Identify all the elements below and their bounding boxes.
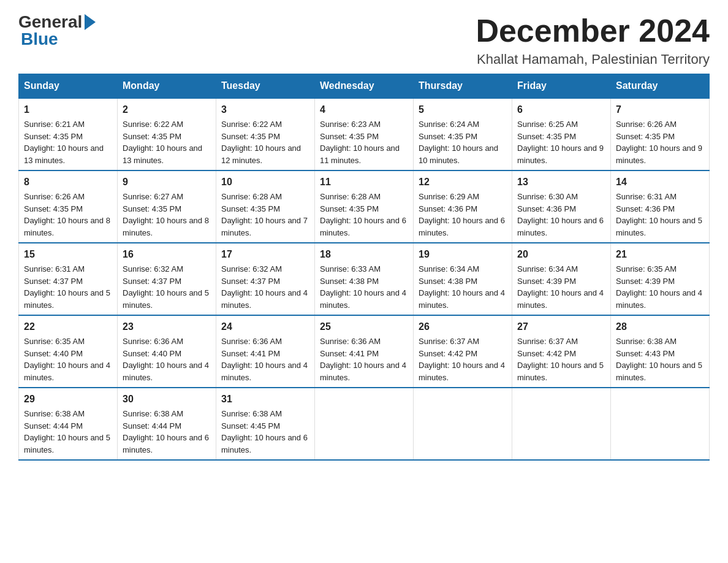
sunset-text: Sunset: 4:35 PM (24, 204, 83, 213)
logo-blue-text: Blue (18, 29, 58, 49)
sunset-text: Sunset: 4:38 PM (419, 277, 477, 286)
day-number: 21 (616, 247, 704, 262)
day-number: 22 (24, 320, 112, 334)
day-number: 12 (419, 175, 507, 190)
calendar-cell: 5Sunrise: 6:24 AMSunset: 4:35 PMDaylight… (414, 98, 512, 170)
day-number: 1 (24, 102, 112, 117)
sunrise-text: Sunrise: 6:36 AM (320, 337, 381, 346)
day-number: 11 (320, 175, 408, 190)
daylight-text: Daylight: 10 hours and 10 minutes. (419, 144, 498, 165)
sunrise-text: Sunrise: 6:26 AM (616, 120, 677, 129)
title-section: December 2024 Khallat Hamamah, Palestini… (476, 12, 710, 67)
day-number: 26 (419, 320, 507, 334)
day-number: 4 (320, 102, 408, 117)
daylight-text: Daylight: 10 hours and 4 minutes. (221, 361, 308, 382)
sunrise-text: Sunrise: 6:31 AM (616, 192, 677, 201)
daylight-text: Daylight: 10 hours and 8 minutes. (24, 216, 110, 237)
daylight-text: Daylight: 10 hours and 4 minutes. (616, 288, 702, 310)
daylight-text: Daylight: 10 hours and 13 minutes. (24, 144, 104, 165)
sunset-text: Sunset: 4:36 PM (419, 204, 477, 213)
daylight-text: Daylight: 10 hours and 6 minutes. (221, 433, 308, 454)
daylight-text: Daylight: 10 hours and 5 minutes. (24, 433, 110, 454)
calendar-week-row: 15Sunrise: 6:31 AMSunset: 4:37 PMDayligh… (19, 243, 710, 315)
sunrise-text: Sunrise: 6:36 AM (123, 337, 183, 346)
sunrise-text: Sunrise: 6:25 AM (517, 120, 578, 129)
sunrise-text: Sunrise: 6:24 AM (419, 120, 479, 129)
sunset-text: Sunset: 4:45 PM (221, 421, 280, 431)
calendar-cell: 16Sunrise: 6:32 AMSunset: 4:37 PMDayligh… (118, 243, 216, 315)
calendar-cell: 23Sunrise: 6:36 AMSunset: 4:40 PMDayligh… (118, 315, 216, 388)
calendar-cell: 8Sunrise: 6:26 AMSunset: 4:35 PMDaylight… (19, 170, 118, 243)
sunrise-text: Sunrise: 6:32 AM (123, 264, 183, 274)
daylight-text: Daylight: 10 hours and 4 minutes. (517, 288, 604, 310)
sunrise-text: Sunrise: 6:26 AM (24, 192, 85, 201)
day-number: 10 (221, 175, 309, 190)
sunset-text: Sunset: 4:40 PM (123, 349, 181, 358)
calendar-cell: 14Sunrise: 6:31 AMSunset: 4:36 PMDayligh… (611, 170, 710, 243)
calendar-cell: 30Sunrise: 6:38 AMSunset: 4:44 PMDayligh… (118, 388, 216, 460)
calendar-cell: 3Sunrise: 6:22 AMSunset: 4:35 PMDaylight… (216, 98, 315, 170)
sunset-text: Sunset: 4:44 PM (24, 421, 83, 431)
day-number: 13 (517, 175, 605, 190)
logo-triangle-icon (85, 14, 96, 30)
calendar-cell: 26Sunrise: 6:37 AMSunset: 4:42 PMDayligh… (414, 315, 512, 388)
sunset-text: Sunset: 4:35 PM (24, 132, 83, 141)
daylight-text: Daylight: 10 hours and 4 minutes. (419, 288, 505, 310)
sunrise-text: Sunrise: 6:22 AM (123, 120, 183, 129)
day-number: 8 (24, 175, 112, 190)
day-number: 9 (123, 175, 211, 190)
calendar-header-row: SundayMondayTuesdayWednesdayThursdayFrid… (19, 74, 710, 99)
calendar-cell: 22Sunrise: 6:35 AMSunset: 4:40 PMDayligh… (19, 315, 118, 388)
sunset-text: Sunset: 4:35 PM (221, 132, 280, 141)
daylight-text: Daylight: 10 hours and 4 minutes. (24, 361, 110, 382)
calendar-week-row: 29Sunrise: 6:38 AMSunset: 4:44 PMDayligh… (19, 388, 710, 460)
sunset-text: Sunset: 4:42 PM (419, 349, 477, 358)
day-number: 7 (616, 102, 704, 117)
sunset-text: Sunset: 4:36 PM (616, 204, 675, 213)
sunset-text: Sunset: 4:37 PM (221, 277, 280, 286)
day-number: 23 (123, 320, 211, 334)
calendar-cell: 31Sunrise: 6:38 AMSunset: 4:45 PMDayligh… (216, 388, 315, 460)
sunset-text: Sunset: 4:43 PM (616, 349, 675, 358)
daylight-text: Daylight: 10 hours and 4 minutes. (419, 361, 505, 382)
day-number: 25 (320, 320, 408, 334)
daylight-text: Daylight: 10 hours and 5 minutes. (24, 288, 110, 310)
sunrise-text: Sunrise: 6:35 AM (24, 337, 85, 346)
day-number: 6 (517, 102, 605, 117)
daylight-text: Daylight: 10 hours and 6 minutes. (517, 216, 604, 237)
calendar-cell: 21Sunrise: 6:35 AMSunset: 4:39 PMDayligh… (611, 243, 710, 315)
sunset-text: Sunset: 4:44 PM (123, 421, 181, 431)
sunrise-text: Sunrise: 6:22 AM (221, 120, 282, 129)
calendar-header-sunday: Sunday (19, 74, 118, 99)
sunset-text: Sunset: 4:35 PM (123, 204, 181, 213)
calendar-cell: 19Sunrise: 6:34 AMSunset: 4:38 PMDayligh… (414, 243, 512, 315)
sunrise-text: Sunrise: 6:38 AM (221, 409, 282, 418)
calendar-cell: 9Sunrise: 6:27 AMSunset: 4:35 PMDaylight… (118, 170, 216, 243)
calendar-cell (611, 388, 710, 460)
day-number: 20 (517, 247, 605, 262)
calendar-cell: 12Sunrise: 6:29 AMSunset: 4:36 PMDayligh… (414, 170, 512, 243)
sunrise-text: Sunrise: 6:38 AM (616, 337, 677, 346)
sunrise-text: Sunrise: 6:38 AM (123, 409, 183, 418)
day-number: 16 (123, 247, 211, 262)
calendar-cell: 20Sunrise: 6:34 AMSunset: 4:39 PMDayligh… (512, 243, 611, 315)
day-number: 31 (221, 392, 309, 407)
calendar-cell: 24Sunrise: 6:36 AMSunset: 4:41 PMDayligh… (216, 315, 315, 388)
day-number: 17 (221, 247, 309, 262)
sunrise-text: Sunrise: 6:35 AM (616, 264, 677, 274)
calendar-cell: 10Sunrise: 6:28 AMSunset: 4:35 PMDayligh… (216, 170, 315, 243)
sunrise-text: Sunrise: 6:33 AM (320, 264, 381, 274)
sunset-text: Sunset: 4:35 PM (123, 132, 181, 141)
logo: General Blue (18, 12, 96, 49)
day-number: 15 (24, 247, 112, 262)
sunrise-text: Sunrise: 6:30 AM (517, 192, 578, 201)
calendar-cell: 18Sunrise: 6:33 AMSunset: 4:38 PMDayligh… (315, 243, 414, 315)
calendar-header-wednesday: Wednesday (315, 74, 414, 99)
day-number: 30 (123, 392, 211, 407)
calendar-week-row: 22Sunrise: 6:35 AMSunset: 4:40 PMDayligh… (19, 315, 710, 388)
calendar-cell: 7Sunrise: 6:26 AMSunset: 4:35 PMDaylight… (611, 98, 710, 170)
calendar-cell: 1Sunrise: 6:21 AMSunset: 4:35 PMDaylight… (19, 98, 118, 170)
sunset-text: Sunset: 4:35 PM (221, 204, 280, 213)
sunrise-text: Sunrise: 6:28 AM (221, 192, 282, 201)
calendar-cell: 11Sunrise: 6:28 AMSunset: 4:35 PMDayligh… (315, 170, 414, 243)
